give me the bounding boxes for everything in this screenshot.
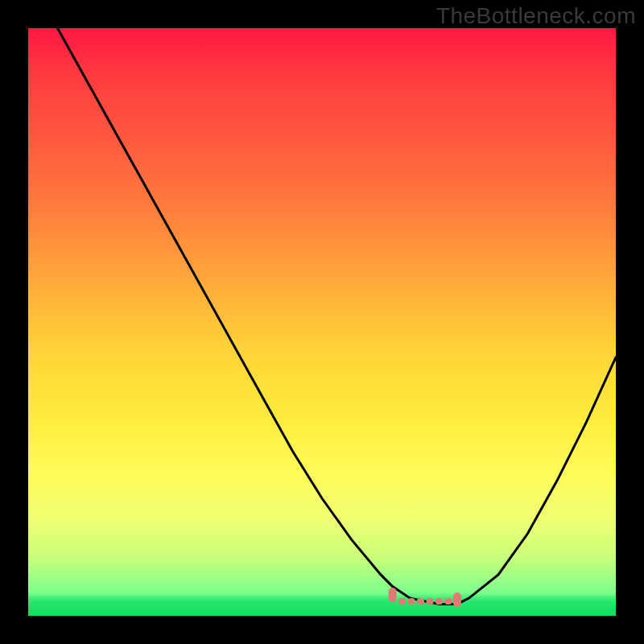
flat-region-dot-marker bbox=[436, 598, 443, 605]
chart-frame: TheBottleneck.com bbox=[0, 0, 644, 644]
flat-region-dot-marker bbox=[427, 598, 434, 605]
flat-region-endpoint-marker bbox=[453, 592, 461, 607]
bottleneck-curve-path bbox=[58, 28, 617, 604]
flat-region-endpoint-marker bbox=[389, 588, 397, 602]
plot-area bbox=[28, 28, 616, 616]
flat-region-dot-marker bbox=[444, 598, 452, 605]
watermark-label: TheBottleneck.com bbox=[436, 3, 636, 29]
flat-region-dot-marker bbox=[408, 598, 415, 605]
curve-layer bbox=[28, 28, 616, 616]
flat-region-dot-marker bbox=[398, 598, 406, 605]
flat-region-dot-marker bbox=[417, 598, 424, 605]
